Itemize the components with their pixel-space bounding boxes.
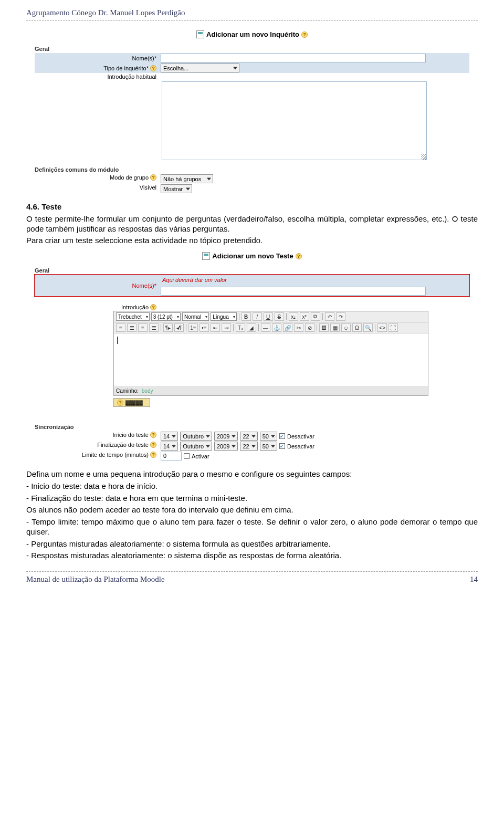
align-left-icon[interactable]: ≡ (116, 323, 125, 332)
final-ano-select[interactable]: 2009 (214, 442, 238, 451)
header-title: Agrupamento Cónego Dr. Manuel Lopes Perd… (26, 8, 185, 17)
nome-label: Nome(s)* (132, 283, 156, 289)
link-icon[interactable]: 🔗 (283, 323, 292, 332)
path-value: body (142, 388, 153, 394)
anchor-icon[interactable]: ⚓ (272, 323, 281, 332)
resize-grip-icon[interactable] (421, 154, 426, 160)
smiley-icon[interactable]: ☺ (341, 323, 351, 332)
align-right-icon[interactable]: ≡ (138, 323, 148, 332)
limite-activar-checkbox[interactable] (184, 453, 190, 459)
inicio-hh-select[interactable]: 22 (240, 432, 257, 441)
teste-form: Adicionar um novo Teste ? Geral Nome(s)*… (26, 250, 478, 461)
hr-icon[interactable]: — (261, 323, 270, 332)
final-mm-select[interactable]: 50 (260, 442, 277, 451)
help-icon[interactable]: ? (150, 452, 156, 458)
textcolor-icon[interactable]: Tₐ (236, 323, 245, 332)
limite-label: Limite de tempo (minutos) (82, 452, 149, 458)
ul-icon[interactable]: •≡ (200, 323, 209, 332)
geral-legend: Geral (35, 45, 469, 53)
superscript-icon[interactable]: x² (300, 312, 309, 321)
final-hh-select[interactable]: 22 (240, 442, 257, 451)
section-heading: 4.6. Teste (26, 202, 61, 211)
tipo-inquerito-select[interactable]: Escolha... (161, 64, 239, 72)
nome-input[interactable] (161, 54, 426, 62)
inicio-dia-select[interactable]: 14 (161, 432, 178, 441)
redo-icon[interactable]: ↷ (336, 312, 345, 321)
nome-error: Aqui deverá dar um valor (161, 275, 228, 285)
lang-select[interactable]: Língua (211, 312, 237, 321)
help-icon[interactable]: ? (301, 32, 308, 38)
quiz-icon (202, 252, 210, 260)
page-header: Agrupamento Cónego Dr. Manuel Lopes Perd… (26, 5, 478, 21)
introducao-label: Introdução (121, 304, 149, 310)
final-label: Finalização do teste (97, 442, 149, 448)
align-justify-icon[interactable]: ☰ (149, 323, 159, 332)
inicio-label: Início do teste (113, 432, 149, 438)
format-select[interactable]: Normal (182, 312, 209, 321)
introducao-habitual-textarea[interactable] (162, 81, 427, 160)
outdent-icon[interactable]: ⇤ (211, 323, 220, 332)
html-icon[interactable]: <> (377, 323, 387, 332)
visivel-select[interactable]: Mostrar (161, 184, 192, 193)
help-icon[interactable]: ? (150, 432, 156, 438)
size-select[interactable]: 3 (12 pt) (151, 312, 181, 321)
richtext-body[interactable] (114, 333, 428, 386)
toggle-editor-button[interactable]: ? ▓▓▓▓▓ (113, 398, 150, 407)
visivel-label: Visível (140, 184, 156, 191)
font-select[interactable]: Trebuchet (116, 312, 150, 321)
image-icon[interactable]: 🖼 (319, 323, 329, 332)
table-icon[interactable]: ▦ (330, 323, 340, 332)
introducao-habitual-label: Introdução habitual (107, 74, 156, 80)
undo-icon[interactable]: ↶ (325, 312, 334, 321)
inicio-desactivar-label: Desactivar (287, 433, 314, 440)
inquerito-form: Adicionar um novo Inquérito ? Geral Nome… (26, 28, 478, 194)
inicio-desactivar-checkbox[interactable] (279, 433, 285, 439)
rtl-icon[interactable]: ◂¶ (174, 323, 184, 332)
tipo-inquerito-label: Tipo de inquérito* (103, 65, 149, 71)
char-icon[interactable]: Ω (352, 323, 362, 332)
inicio-mes-select[interactable]: Outubro (180, 432, 212, 441)
section-teste-intro: 4.6. Teste O teste permite-lhe formular … (26, 202, 478, 246)
limite-input[interactable]: 0 (161, 452, 182, 461)
sincronizacao-legend: Sincronização (35, 423, 469, 431)
modo-grupo-select[interactable]: Não há grupos (161, 174, 213, 183)
inicio-ano-select[interactable]: 2009 (214, 432, 238, 441)
help-icon[interactable]: ? (296, 253, 302, 259)
caret-icon (117, 337, 118, 344)
ltr-icon[interactable]: ¶▸ (163, 323, 173, 332)
underline-icon[interactable]: U (264, 312, 273, 321)
help-icon[interactable]: ? (150, 304, 156, 310)
nolink-icon[interactable]: ⊘ (305, 323, 314, 332)
help-icon: ? (117, 400, 123, 406)
bgcolor-icon[interactable]: ◢ (247, 323, 256, 332)
strike-icon[interactable]: S (275, 312, 284, 321)
inicio-mm-select[interactable]: 50 (260, 432, 277, 441)
subscript-icon[interactable]: x₂ (289, 312, 298, 321)
italic-icon[interactable]: I (253, 312, 262, 321)
path-label: Caminho: (116, 388, 139, 394)
fullscreen-icon[interactable]: ⛶ (388, 323, 398, 332)
help-icon[interactable]: ? (150, 442, 156, 448)
richtext-editor: Trebuchet 3 (12 pt) Normal Língua B I U … (113, 311, 428, 396)
final-mes-select[interactable]: Outubro (180, 442, 212, 451)
align-center-icon[interactable]: ☰ (127, 323, 136, 332)
footer-pagenum: 14 (470, 575, 478, 584)
nome-label: Nome(s)* (132, 55, 156, 61)
nome-input[interactable] (161, 287, 426, 296)
limite-activar-label: Activar (192, 453, 209, 459)
indent-icon[interactable]: ⇥ (222, 323, 231, 332)
search-icon[interactable]: 🔍 (363, 323, 373, 332)
page-footer: Manual de utilização da Plataforma Moodl… (26, 571, 478, 587)
copy-icon[interactable]: ⧉ (311, 312, 320, 321)
inquerito-heading: Adicionar um novo Inquérito ? (26, 28, 478, 43)
help-icon[interactable]: ? (150, 174, 156, 181)
bold-icon[interactable]: B (242, 312, 251, 321)
unlink-icon[interactable]: ✂ (294, 323, 303, 332)
ol-icon[interactable]: 1≡ (188, 323, 198, 332)
final-dia-select[interactable]: 14 (161, 442, 178, 451)
instructions-block: Defina um nome e uma pequena introdução … (26, 469, 478, 561)
final-desactivar-label: Desactivar (287, 443, 314, 449)
definicoes-legend: Definições comuns do módulo (35, 165, 469, 174)
help-icon[interactable]: ? (150, 65, 156, 71)
final-desactivar-checkbox[interactable] (279, 443, 285, 449)
